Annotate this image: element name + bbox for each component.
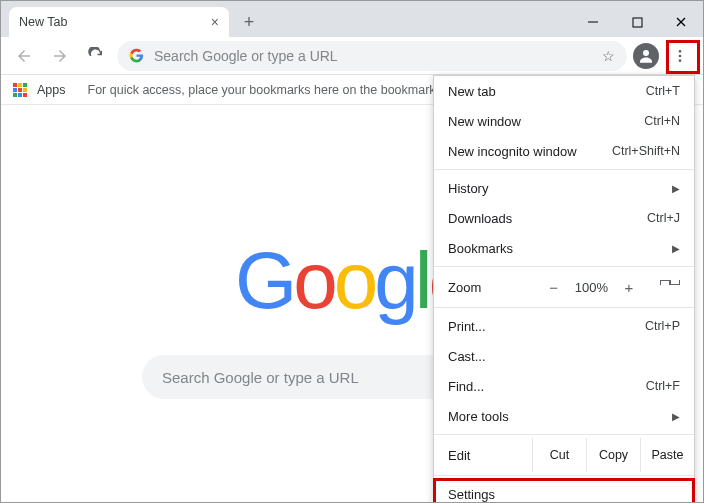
menu-separator [434,169,694,170]
menu-cast[interactable]: Cast... [434,341,694,371]
search-placeholder: Search Google or type a URL [162,369,359,386]
menu-print[interactable]: Print...Ctrl+P [434,311,694,341]
back-button[interactable] [9,41,39,71]
profile-button[interactable] [633,43,659,69]
close-tab-icon[interactable]: × [211,14,219,30]
menu-copy[interactable]: Copy [586,438,640,472]
title-bar: New Tab × + [1,1,703,37]
svg-point-4 [643,50,649,56]
menu-new-window[interactable]: New windowCtrl+N [434,106,694,136]
menu-zoom: Zoom − 100% + [434,270,694,304]
zoom-value: 100% [575,280,608,295]
svg-point-7 [679,59,682,62]
menu-separator [434,307,694,308]
svg-point-6 [679,54,682,57]
menu-new-tab[interactable]: New tabCtrl+T [434,76,694,106]
close-window-button[interactable] [659,7,703,37]
minimize-button[interactable] [571,7,615,37]
fullscreen-icon[interactable] [660,280,680,294]
address-bar[interactable]: Search Google or type a URL ☆ [117,41,627,71]
apps-label[interactable]: Apps [37,83,66,97]
new-tab-button[interactable]: + [235,8,263,36]
apps-icon[interactable] [13,83,27,97]
menu-history[interactable]: History▶ [434,173,694,203]
toolbar: Search Google or type a URL ☆ [1,37,703,75]
menu-button[interactable] [665,41,695,71]
tab-title: New Tab [19,15,67,29]
menu-find[interactable]: Find...Ctrl+F [434,371,694,401]
menu-downloads[interactable]: DownloadsCtrl+J [434,203,694,233]
menu-new-incognito[interactable]: New incognito windowCtrl+Shift+N [434,136,694,166]
reload-button[interactable] [81,41,111,71]
submenu-arrow-icon: ▶ [672,411,680,422]
menu-cut[interactable]: Cut [532,438,586,472]
menu-bookmarks[interactable]: Bookmarks▶ [434,233,694,263]
menu-separator [434,266,694,267]
zoom-in-button[interactable]: + [622,279,636,296]
svg-point-5 [679,50,682,53]
google-icon [129,48,144,63]
bookmark-star-icon[interactable]: ☆ [602,48,615,64]
menu-settings[interactable]: Settings [434,479,694,503]
svg-rect-1 [633,18,642,27]
bookmarks-hint: For quick access, place your bookmarks h… [88,83,460,97]
menu-more-tools[interactable]: More tools▶ [434,401,694,431]
zoom-out-button[interactable]: − [547,279,561,296]
menu-separator [434,434,694,435]
address-bar-placeholder: Search Google or type a URL [154,48,338,64]
main-menu: New tabCtrl+T New windowCtrl+N New incog… [433,75,695,503]
browser-tab[interactable]: New Tab × [9,7,229,37]
submenu-arrow-icon: ▶ [672,243,680,254]
maximize-button[interactable] [615,7,659,37]
submenu-arrow-icon: ▶ [672,183,680,194]
menu-paste[interactable]: Paste [640,438,694,472]
menu-separator [434,475,694,476]
forward-button[interactable] [45,41,75,71]
window-controls [571,7,703,37]
menu-edit-row: Edit Cut Copy Paste [434,438,694,472]
